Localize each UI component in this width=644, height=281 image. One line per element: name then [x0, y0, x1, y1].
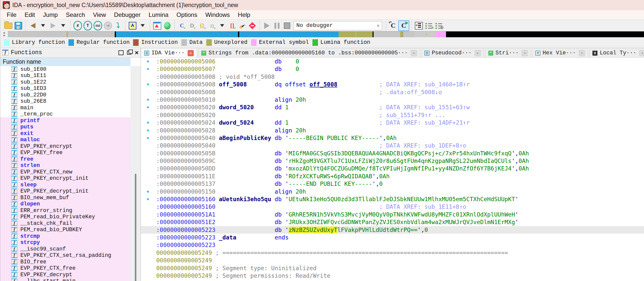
navband-segment[interactable]: [68, 31, 115, 37]
stop-icon[interactable]: [283, 21, 291, 30]
function-row[interactable]: fEVP_PKEY_encrypt_init: [0, 175, 131, 182]
function-row[interactable]: fsleep: [0, 182, 131, 188]
navband-segment[interactable]: [446, 31, 644, 37]
navband-segment[interactable]: [435, 31, 446, 37]
function-row[interactable]: fmalloc: [0, 137, 131, 143]
navband-segment[interactable]: [400, 31, 403, 37]
disasm-line[interactable]: :0000000000005006 db 0: [141, 58, 644, 65]
tab-close-icon[interactable]: ×: [188, 50, 194, 56]
function-row[interactable]: f__libc_start_main: [0, 278, 131, 281]
function-row[interactable]: fmain: [0, 104, 131, 111]
function-row[interactable]: fdlopen: [0, 201, 131, 207]
menu-item-help[interactable]: Help: [234, 11, 254, 19]
close-icon[interactable]: ×: [135, 50, 139, 55]
remove-diamond-icon[interactable]: [248, 21, 257, 30]
tab-close-icon[interactable]: ×: [639, 50, 644, 56]
play-icon[interactable]: [263, 21, 271, 30]
navband-segment[interactable]: [403, 31, 414, 37]
add-d-button[interactable]: D+: [188, 21, 196, 30]
add-grid-button[interactable]: ::+: [208, 21, 216, 30]
disasm-line[interactable]: :0000000000005008 off_5008 dq offset off…: [141, 81, 644, 88]
function-row[interactable]: fsub_1E00: [0, 66, 131, 73]
c-back-button[interactable]: C↶: [388, 21, 398, 30]
disasm-line[interactable]: :0000000000005150 align 20h: [141, 188, 644, 195]
menu-item-search[interactable]: Search: [62, 11, 89, 19]
edit-pencil-icon[interactable]: [238, 21, 247, 30]
function-row[interactable]: fstrcmp: [0, 233, 131, 239]
pause-icon[interactable]: [273, 21, 281, 30]
tab-strings-from-data-0000000000005160-to-bss-0000000000005-[interactable]: "Strings from .data:0000000000005160 to …: [198, 48, 420, 57]
open-folder-icon[interactable]: [4, 21, 13, 30]
function-row[interactable]: fEVP_PKEY_CTX_free: [0, 265, 131, 272]
lumina-icon[interactable]: [163, 21, 172, 30]
text-button[interactable]: T: [84, 21, 92, 30]
function-row[interactable]: fEVP_PKEY_free: [0, 150, 131, 156]
function-row[interactable]: fsub_26E8: [0, 98, 131, 105]
disasm-line[interactable]: :000000000000505B db 'MIGfMA0GCSqGSIb3DQ…: [141, 150, 644, 157]
ascii-button[interactable]: A: [128, 21, 137, 30]
navband-segment[interactable]: [116, 31, 238, 37]
number-button[interactable]: #: [73, 21, 82, 30]
navband-arrows-icon[interactable]: [0, 31, 8, 37]
add-c-button[interactable]: C+: [178, 21, 186, 30]
disasm-line[interactable]: 0000000000005249 ; =====================…: [141, 249, 644, 257]
dropdown-icon[interactable]: [218, 21, 226, 30]
goto-disabled-icon[interactable]: ➜: [104, 21, 112, 30]
disasm-line[interactable]: :0000000000005020 dword_5020 dd 1 ; DATA…: [141, 103, 644, 111]
nav-forward-icon[interactable]: [49, 21, 57, 30]
maximize-icon[interactable]: [118, 50, 124, 55]
jump-arrow-icon[interactable]: ⤵: [114, 21, 122, 30]
menu-item-jump[interactable]: Jump: [39, 11, 62, 19]
function-row[interactable]: fexit: [0, 130, 131, 137]
function-row[interactable]: fstrcpy: [0, 239, 131, 246]
function-row[interactable]: fERR_error_string: [0, 207, 131, 214]
function-row[interactable]: ffree: [0, 156, 131, 162]
breakpoint-window-icon[interactable]: [153, 21, 162, 30]
function-row[interactable]: fsub_1E22: [0, 79, 131, 85]
list-plus-icon[interactable]: +: [425, 21, 433, 30]
navband-segment[interactable]: [239, 31, 339, 37]
disasm-line[interactable]: :0000000000005028 align 20h: [141, 127, 644, 134]
disasm-line[interactable]: :0000000000005007 db 0: [141, 65, 644, 73]
debugger-select[interactable]: No debugger∨: [294, 21, 382, 30]
disasm-line[interactable]: :000000000000511E db 'ROfzXCKTuRWS+6pRwQ…: [141, 172, 644, 180]
navband-segment[interactable]: [374, 31, 400, 37]
disasm-line[interactable]: :0000000000005223: [141, 241, 644, 249]
navband-segment[interactable]: [339, 31, 356, 37]
disasm-line[interactable]: :0000000000005137 db '-----END PUBLIC KE…: [141, 180, 644, 188]
disasm-line[interactable]: 0000000000005249: [141, 257, 644, 264]
navband-track[interactable]: ↓: [8, 31, 644, 37]
disasm-line[interactable]: :0000000000005010 align 20h: [141, 96, 644, 103]
function-row[interactable]: f__stack_chk_fail: [0, 220, 131, 227]
tab-hex-vie-[interactable]: 0Hex Vie···×: [532, 48, 588, 57]
tab-close-icon[interactable]: ×: [411, 50, 417, 56]
dropdown-icon[interactable]: [39, 21, 47, 30]
restore-icon[interactable]: [127, 51, 131, 55]
function-row[interactable]: fEVP_PKEY_encrypt: [0, 143, 131, 150]
tab-local-ty-[interactable]: 0Local Ty···×: [589, 48, 644, 57]
menu-item-edit[interactable]: Edit: [21, 11, 39, 19]
disasm-line[interactable]: :0000000000005024 dword_5024 dd 1 ; DATA…: [141, 119, 644, 126]
function-row[interactable]: fBIO_new_mem_buf: [0, 194, 131, 201]
tab-pseudocod-[interactable]: Pseudocod···×: [421, 48, 484, 57]
menu-item-lumina[interactable]: Lumina: [145, 11, 173, 19]
disasm-line[interactable]: :0000000000005040 aBeginPublicKey db '--…: [141, 134, 644, 142]
function-row[interactable]: fsub_1E11: [0, 73, 131, 79]
function-row[interactable]: fPEM_read_bio_PrivateKey: [0, 214, 131, 220]
disasm-line[interactable]: :000000000000509C db 'rHkZgoM3VGXTlu7C1U…: [141, 157, 644, 165]
dropdown-icon[interactable]: [59, 21, 67, 30]
function-row[interactable]: fEVP_PKEY_CTX_set_rsa_padding: [0, 252, 131, 259]
dropdown-icon[interactable]: [138, 21, 147, 30]
disasm-line[interactable]: :0000000000005223 _data ends: [141, 234, 644, 241]
disasm-line[interactable]: :00000000000050DD db 'mxozADlYtQ4FOCZUGu…: [141, 165, 644, 172]
disasm-line[interactable]: 0000000000005249 ; Segment permissions: …: [141, 272, 644, 279]
menu-item-options[interactable]: Options: [173, 11, 202, 19]
disasm-line[interactable]: :0000000000005008 ; .data:off_5008↓o: [141, 88, 644, 96]
disasm-line[interactable]: :0000000000005040 ; DATA XREF: sub_1DEF+…: [141, 142, 644, 149]
add-brackets-button[interactable]: []+: [228, 21, 236, 30]
function-row[interactable]: fsub_1ED3: [0, 85, 131, 92]
function-row[interactable]: fEVP_PKEY_decrypt: [0, 271, 131, 278]
function-row[interactable]: f_term_proc: [0, 111, 131, 118]
function-row[interactable]: fputs: [0, 124, 131, 130]
tab-ida-vie-[interactable]: IDA Vie···×: [141, 48, 197, 57]
